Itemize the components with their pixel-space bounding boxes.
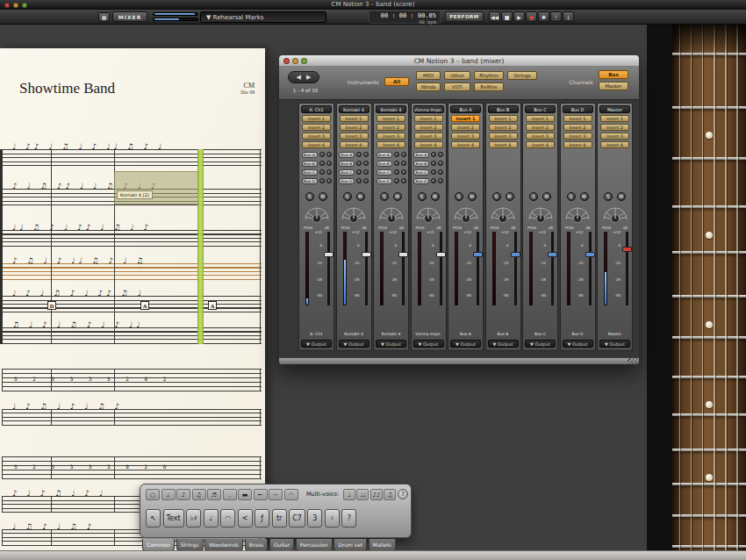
insert-slot-button[interactable]: Insert 3	[414, 133, 443, 140]
solo-button[interactable]: S	[380, 192, 389, 201]
fader-track[interactable]	[365, 232, 368, 305]
fader-handle[interactable]	[324, 252, 334, 257]
strip-name-button[interactable]: Bus B	[488, 105, 519, 113]
mixer-minimize-button[interactable]	[292, 58, 298, 64]
send-level-knob[interactable]	[319, 161, 325, 166]
voice-option-button[interactable]: ♩	[343, 489, 355, 500]
pan-knob[interactable]	[412, 203, 446, 225]
insert-slot-button[interactable]: Insert 1	[377, 115, 405, 122]
hairpin-tool-button[interactable]: <	[238, 509, 253, 528]
solo-button[interactable]: S	[305, 192, 314, 201]
output-selector[interactable]: ▼ Output	[563, 340, 593, 348]
rehearsal-mark-a[interactable]: A	[140, 301, 149, 310]
mixer-zoom-button[interactable]	[301, 58, 307, 64]
panel-toggle-button[interactable]: ▦	[98, 12, 110, 22]
score-page[interactable]: Showtime Band CM Dec 09 Kontakt 4 [2] ♩ …	[0, 48, 265, 550]
send-level-knob[interactable]	[356, 178, 362, 183]
filter-strings-button[interactable]: Strings	[507, 71, 537, 80]
insert-slot-button[interactable]: Insert 2	[600, 124, 629, 131]
channels-master-button[interactable]: Master	[599, 82, 628, 90]
cursor-tool-button[interactable]: ↖	[146, 509, 161, 528]
bus-send-label[interactable]: Bus D	[302, 178, 318, 184]
pan-knob[interactable]	[523, 203, 557, 225]
mute-button[interactable]: M	[617, 192, 626, 201]
output-selector[interactable]: ▼ Output	[376, 340, 406, 348]
fader-handle[interactable]	[548, 252, 557, 257]
send-level-knob[interactable]	[319, 169, 325, 175]
mixer-close-button[interactable]	[283, 58, 290, 64]
insert-slot-button[interactable]: Insert 1	[414, 115, 443, 122]
output-selector[interactable]: ▼ Output	[413, 340, 444, 348]
strip-name-button[interactable]: Master	[599, 105, 630, 113]
insert-slot-button[interactable]: Insert 4	[377, 141, 405, 148]
help-button[interactable]: ?	[398, 489, 408, 499]
solo-button[interactable]: S	[455, 192, 463, 201]
mute-button[interactable]: M	[356, 192, 365, 201]
send-level-knob[interactable]	[319, 152, 325, 157]
solo-button[interactable]: S	[418, 192, 427, 201]
bus-send-label[interactable]: Bus B	[413, 161, 429, 167]
insert-slot-button[interactable]: Insert 4	[414, 141, 443, 148]
send-enable-knob[interactable]	[438, 152, 443, 157]
output-selector[interactable]: ▼ Output	[339, 340, 369, 348]
bus-send-label[interactable]: Bus B	[339, 161, 355, 167]
send-level-knob[interactable]	[431, 152, 436, 157]
palette-tab-guitar[interactable]: Guitar	[269, 539, 295, 551]
fader-track[interactable]	[477, 232, 479, 305]
rewind-button[interactable]: ◀◀	[489, 11, 500, 22]
bus-send-label[interactable]: Bus C	[302, 169, 318, 176]
send-enable-knob[interactable]	[326, 178, 332, 183]
insert-slot-button[interactable]: Insert 4	[302, 141, 331, 148]
pan-knob[interactable]	[561, 203, 595, 225]
bus-send-label[interactable]: Bus D	[339, 178, 355, 184]
bus-send-label[interactable]: Bus C	[339, 169, 355, 176]
page-prev-icon[interactable]: ◀	[297, 74, 301, 81]
insert-slot-button[interactable]: Insert 4	[451, 141, 480, 148]
insert-slot-button[interactable]: Insert 1	[526, 115, 555, 122]
fader-handle[interactable]	[473, 252, 483, 257]
filter-winds-button[interactable]: Winds	[416, 83, 441, 91]
insert-slot-button[interactable]: Insert 4	[340, 141, 369, 148]
insert-slot-button[interactable]: Insert 1	[340, 115, 369, 122]
bus-send-label[interactable]: Bus B	[377, 161, 392, 167]
clef-tool-button[interactable]: ?	[341, 509, 356, 528]
send-level-knob[interactable]	[394, 178, 399, 183]
insert-slot-button[interactable]: Insert 2	[377, 124, 405, 131]
voice-option-button[interactable]: ♫	[384, 489, 396, 500]
mute-button[interactable]: M	[431, 192, 440, 201]
duration-symbol-button[interactable]: ⌐	[254, 489, 268, 500]
resize-grip[interactable]	[628, 358, 638, 364]
chord-tool-button[interactable]: C7	[289, 509, 305, 528]
insert-slot-button[interactable]: Insert 4	[526, 141, 555, 148]
strip-name-button[interactable]: Bus A	[450, 105, 481, 113]
solo-button[interactable]: S	[604, 192, 613, 201]
duration-symbol-button[interactable]: ♪	[176, 489, 190, 500]
bus-send-label[interactable]: Bus A	[377, 152, 392, 158]
bus-send-label[interactable]: Bus A	[302, 152, 318, 158]
duration-symbol-button[interactable]: ♩	[161, 489, 176, 500]
filter-vsti-button[interactable]: VSTi	[444, 83, 470, 91]
insert-slot-button[interactable]: Insert 3	[377, 133, 405, 140]
insert-slot-button[interactable]: Insert 1	[489, 115, 518, 122]
mute-button[interactable]: M	[393, 192, 402, 201]
insert-slot-button[interactable]: Insert 3	[526, 133, 555, 140]
send-enable-knob[interactable]	[438, 169, 443, 175]
pan-knob[interactable]	[299, 203, 334, 225]
duration-symbol-button[interactable]: ♫	[192, 489, 206, 500]
annotate-button[interactable]: ✱	[538, 11, 549, 22]
filter-other-button[interactable]: Other	[444, 71, 470, 80]
insert-slot-button[interactable]: Insert 3	[600, 133, 629, 140]
insert-slot-button[interactable]: Insert 3	[302, 133, 331, 140]
mute-button[interactable]: M	[468, 192, 477, 201]
output-selector[interactable]: ▼ Output	[488, 340, 519, 348]
pan-knob[interactable]	[448, 203, 483, 225]
fader-handle[interactable]	[398, 252, 408, 257]
send-level-knob[interactable]	[394, 169, 399, 175]
accidentals-tool-button[interactable]: ♭♯	[186, 509, 201, 528]
pan-knob[interactable]	[337, 203, 371, 225]
insert-slot-button[interactable]: Insert 2	[563, 124, 592, 131]
insert-slot-button[interactable]: Insert 1	[302, 115, 331, 122]
solo-button[interactable]: S	[343, 192, 352, 201]
insert-slot-button[interactable]: Insert 1	[451, 115, 480, 122]
fader-track[interactable]	[589, 232, 592, 305]
